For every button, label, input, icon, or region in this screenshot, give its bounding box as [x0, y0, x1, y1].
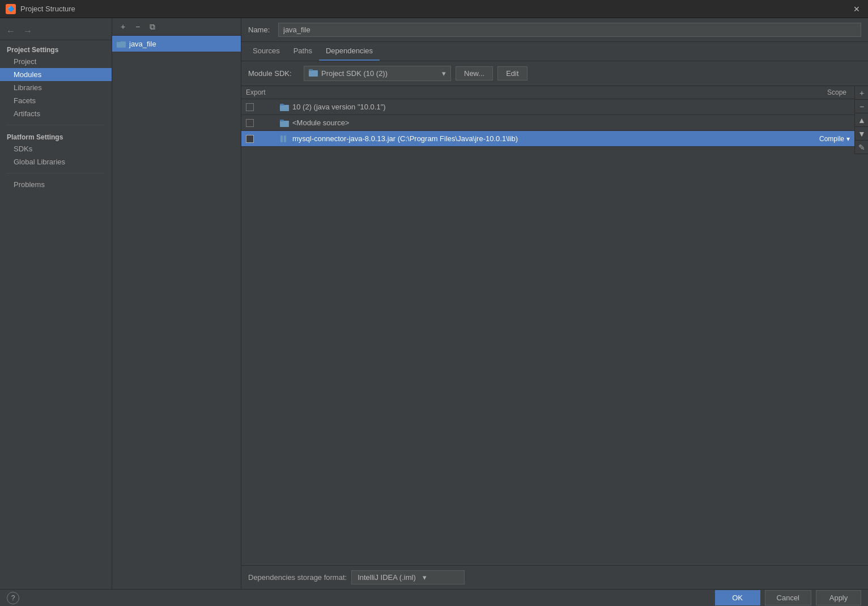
add-dep-button[interactable]: +	[855, 86, 868, 100]
sidebar-item-label-global-libraries: Global Libraries	[14, 158, 65, 166]
svg-rect-0	[117, 41, 126, 48]
move-down-dep-button[interactable]: ▼	[855, 127, 868, 141]
storage-dropdown-arrow-icon: ▾	[423, 573, 427, 582]
sidebar-item-modules[interactable]: Modules	[0, 68, 112, 81]
svg-rect-3	[309, 69, 313, 71]
bottom-bar: ? OK Cancel Apply	[0, 589, 868, 606]
cancel-button[interactable]: Cancel	[765, 590, 811, 605]
table-actions: + − ▲ ▼ ✎	[854, 86, 868, 154]
copy-module-button[interactable]: ⧉	[146, 20, 159, 33]
sidebar-item-label-facets: Facets	[14, 96, 36, 105]
sidebar-item-project[interactable]: Project	[0, 55, 112, 68]
dep-jar-icon-mysql	[280, 134, 289, 143]
storage-label: Dependencies storage format:	[248, 573, 347, 582]
back-button[interactable]: ←	[5, 25, 17, 37]
module-item-java-file[interactable]: java_file	[112, 36, 241, 52]
edit-dep-button[interactable]: ✎	[855, 141, 868, 154]
title-bar: 🔷 Project Structure ✕	[0, 0, 868, 18]
dep-name-module-source: <Module source>	[292, 118, 850, 127]
name-label: Name:	[248, 26, 274, 34]
dep-row-module-source[interactable]: <Module source>	[241, 115, 854, 131]
sidebar-item-problems[interactable]: Problems	[0, 178, 112, 191]
storage-dropdown[interactable]: IntelliJ IDEA (.iml) ▾	[351, 570, 465, 584]
remove-module-button[interactable]: −	[131, 20, 144, 33]
new-sdk-button[interactable]: New...	[456, 66, 493, 80]
storage-bar: Dependencies storage format: IntelliJ ID…	[241, 565, 868, 589]
title-text: Project Structure	[20, 5, 75, 13]
dep-checkbox-module-source[interactable]	[246, 119, 254, 127]
project-settings-header: Project Settings	[0, 43, 112, 55]
close-button[interactable]: ✕	[851, 3, 862, 15]
module-name-java-file: java_file	[129, 40, 156, 48]
dep-checkbox-mysql[interactable]	[246, 135, 254, 143]
dep-name-sdk-10: 10 (2) (java version "10.0.1")	[292, 103, 850, 111]
sidebar-item-label-project: Project	[14, 57, 36, 66]
storage-selected-value: IntelliJ IDEA (.iml)	[358, 573, 416, 582]
main-layout: ← → Project Settings Project Modules Lib…	[0, 18, 868, 589]
tab-dependencies[interactable]: Dependencies	[319, 42, 380, 61]
ok-button[interactable]: OK	[715, 590, 760, 605]
help-button[interactable]: ?	[7, 592, 19, 604]
apply-button[interactable]: Apply	[816, 590, 861, 605]
sidebar-divider-2	[7, 173, 105, 173]
sidebar-divider	[7, 125, 105, 125]
sdk-bar: Module SDK: Project SDK (10 (2)) ▾ New..…	[241, 61, 868, 86]
forward-button[interactable]: →	[22, 25, 34, 37]
sdk-label: Module SDK:	[248, 69, 299, 78]
dep-folder-icon-module-source	[280, 118, 289, 128]
module-folder-icon	[117, 39, 126, 48]
svg-rect-9	[284, 135, 286, 142]
tab-sources[interactable]: Sources	[246, 42, 287, 61]
add-module-button[interactable]: +	[117, 20, 129, 33]
dep-name-mysql: mysql-connector-java-8.0.13.jar (C:\Prog…	[292, 134, 793, 143]
sdk-dropdown-arrow-icon: ▾	[442, 69, 446, 78]
sidebar-item-artifacts[interactable]: Artifacts	[0, 107, 112, 120]
main-content: Name: Sources Paths Dependencies Module …	[241, 18, 868, 589]
sdk-dropdown[interactable]: Project SDK (10 (2)) ▾	[304, 66, 451, 81]
platform-settings-header: Platform Settings	[0, 130, 112, 142]
dep-export-mysql	[246, 135, 280, 143]
deps-table-header: Export Scope	[241, 86, 868, 99]
dep-scope-mysql: Compile ▾	[793, 135, 850, 143]
title-bar-left: 🔷 Project Structure	[6, 4, 75, 14]
dep-checkbox-sdk[interactable]	[246, 103, 254, 111]
dep-row-sdk-10[interactable]: 10 (2) (java version "10.0.1")	[241, 99, 854, 115]
module-tree: + − ⧉ java_file	[112, 18, 241, 589]
sidebar-item-label-artifacts: Artifacts	[14, 109, 40, 118]
col-scope-header: Scope	[795, 88, 863, 96]
svg-rect-4	[280, 105, 289, 111]
dep-row-mysql-jar[interactable]: mysql-connector-java-8.0.13.jar (C:\Prog…	[241, 131, 854, 147]
module-name-input[interactable]	[278, 23, 861, 37]
sidebar-item-libraries[interactable]: Libraries	[0, 81, 112, 94]
sidebar-item-facets[interactable]: Facets	[0, 94, 112, 107]
dep-export-module-source	[246, 119, 280, 127]
sidebar-item-label-problems: Problems	[14, 180, 45, 189]
edit-sdk-button[interactable]: Edit	[497, 66, 527, 80]
sidebar: ← → Project Settings Project Modules Lib…	[0, 18, 112, 589]
sidebar-item-label-sdks: SDKs	[14, 145, 32, 153]
module-tree-toolbar: + − ⧉	[112, 18, 241, 36]
remove-dep-button[interactable]: −	[855, 100, 868, 113]
move-up-dep-button[interactable]: ▲	[855, 113, 868, 127]
tabs: Sources Paths Dependencies	[241, 42, 868, 61]
sidebar-item-global-libraries[interactable]: Global Libraries	[0, 155, 112, 168]
app-icon: 🔷	[6, 4, 16, 14]
sdk-selected-value: Project SDK (10 (2))	[321, 69, 388, 78]
sidebar-nav: ← →	[0, 23, 112, 40]
deps-table: Export Scope	[241, 86, 868, 565]
tab-paths[interactable]: Paths	[287, 42, 319, 61]
svg-rect-6	[280, 121, 289, 127]
svg-rect-2	[309, 70, 318, 77]
svg-rect-5	[280, 104, 284, 105]
col-export-header: Export	[246, 88, 286, 96]
dep-export-sdk	[246, 103, 280, 111]
svg-rect-7	[280, 120, 284, 121]
svg-rect-1	[117, 40, 121, 42]
deps-content: Module SDK: Project SDK (10 (2)) ▾ New..…	[241, 61, 868, 589]
bottom-buttons: OK Cancel Apply	[715, 590, 861, 605]
svg-rect-8	[280, 135, 283, 142]
sidebar-item-sdks[interactable]: SDKs	[0, 142, 112, 155]
sidebar-item-label-modules: Modules	[14, 70, 41, 79]
folder-icon-sdk	[309, 69, 318, 78]
deps-rows: 10 (2) (java version "10.0.1")	[241, 99, 868, 561]
